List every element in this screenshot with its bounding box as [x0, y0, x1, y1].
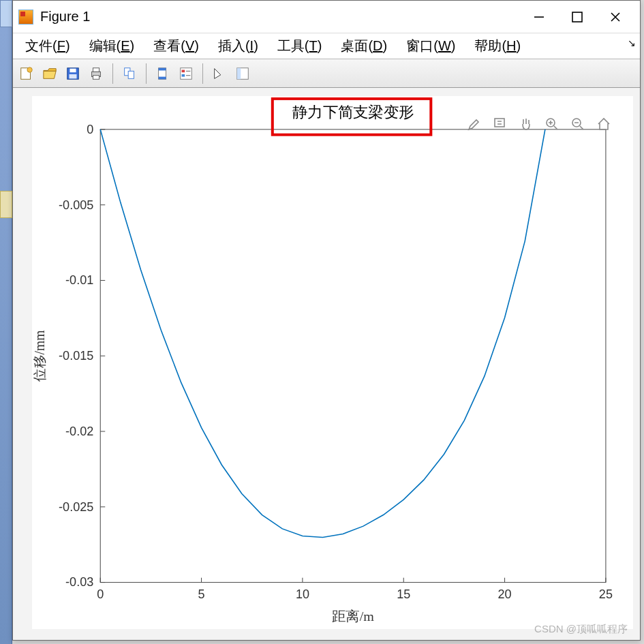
save-button[interactable]: [62, 63, 84, 85]
menu-h[interactable]: 帮助(H): [465, 35, 530, 57]
home-icon[interactable]: [594, 114, 614, 134]
x-tick-label: 15: [397, 587, 410, 601]
print-button[interactable]: [85, 63, 107, 85]
menu-i[interactable]: 插入(I): [209, 35, 268, 57]
close-button[interactable]: [596, 3, 634, 31]
y-tick-label: 0: [87, 123, 93, 136]
x-tick-label: 5: [198, 587, 205, 601]
toolbar: [13, 59, 640, 88]
menu-e[interactable]: 编辑(E): [80, 35, 144, 57]
menubar: 文件(F)编辑(E)查看(V)插入(I)工具(T)桌面(D)窗口(W)帮助(H)…: [13, 33, 640, 59]
x-tick-label: 25: [599, 587, 613, 601]
y-axis-label: 位移/mm: [32, 330, 47, 382]
svg-rect-16: [182, 74, 185, 76]
minimize-button[interactable]: [520, 3, 558, 31]
figure-area: 05101520250-0.005-0.01-0.015-0.02-0.025-…: [13, 88, 640, 640]
svg-rect-18: [237, 67, 241, 79]
zoom-out-icon[interactable]: [568, 114, 588, 134]
svg-rect-5: [70, 74, 77, 78]
background-sidebar: [0, 0, 12, 644]
svg-rect-14: [181, 67, 192, 79]
open-button[interactable]: [39, 63, 61, 85]
axes[interactable]: 05101520250-0.005-0.01-0.015-0.02-0.025-…: [32, 96, 633, 629]
chart-title: 静力下简支梁变形: [292, 105, 414, 121]
new-figure-button[interactable]: [16, 63, 37, 85]
maximize-button[interactable]: [558, 3, 596, 31]
svg-rect-7: [93, 67, 99, 72]
svg-rect-10: [128, 71, 134, 78]
edit-plot-button[interactable]: [209, 63, 230, 85]
titlebar: Figure 1: [13, 1, 640, 33]
svg-rect-0: [572, 12, 582, 22]
zoom-in-icon[interactable]: [542, 114, 562, 134]
svg-rect-12: [159, 67, 166, 70]
colormap-button[interactable]: [152, 63, 174, 85]
toolbar-separator: [146, 63, 147, 84]
axes-box: [100, 129, 606, 583]
y-tick-label: -0.015: [59, 349, 93, 363]
toolbar-separator: [202, 63, 203, 84]
insert-legend-button[interactable]: [175, 63, 197, 85]
y-tick-label: -0.02: [65, 425, 93, 438]
x-tick-label: 20: [498, 587, 512, 601]
svg-rect-8: [93, 75, 99, 79]
menu-d[interactable]: 桌面(D): [331, 35, 397, 57]
svg-rect-13: [159, 76, 166, 79]
svg-point-2: [27, 67, 32, 72]
bg-tab-2: [0, 191, 12, 218]
menu-f[interactable]: 文件(F): [16, 35, 80, 57]
brush-icon[interactable]: [464, 114, 485, 134]
svg-rect-32: [495, 119, 504, 127]
menu-t[interactable]: 工具(T): [268, 35, 332, 57]
y-tick-label: -0.005: [59, 198, 93, 212]
svg-rect-4: [70, 68, 76, 72]
watermark: CSDN @顶呱呱程序: [534, 623, 628, 636]
menu-v[interactable]: 查看(V): [144, 35, 209, 57]
menubar-overflow-icon[interactable]: ↘: [628, 37, 636, 48]
pan-icon[interactable]: [516, 114, 536, 134]
toolbar-separator: [112, 63, 113, 84]
data-tips-icon[interactable]: [490, 114, 510, 134]
figure-window: Figure 1 文件(F)编辑(E)查看(V)插入(I)工具(T)桌面(D)窗…: [12, 0, 641, 641]
bg-tab-1: [0, 0, 12, 27]
x-tick-label: 0: [97, 587, 104, 601]
data-cursor-button[interactable]: [232, 63, 254, 85]
svg-rect-15: [182, 70, 185, 72]
link-button[interactable]: [119, 63, 140, 85]
x-tick-label: 10: [296, 587, 309, 601]
y-tick-label: -0.03: [65, 576, 93, 589]
matlab-icon: [18, 10, 33, 25]
chart-svg: 05101520250-0.005-0.01-0.015-0.02-0.025-…: [32, 96, 633, 629]
y-tick-label: -0.025: [59, 500, 93, 514]
axes-toolbar: [464, 114, 614, 134]
x-axis-label: 距离/m: [332, 609, 374, 624]
menu-w[interactable]: 窗口(W): [397, 35, 465, 57]
window-title: Figure 1: [40, 9, 90, 25]
y-tick-label: -0.01: [65, 274, 93, 288]
